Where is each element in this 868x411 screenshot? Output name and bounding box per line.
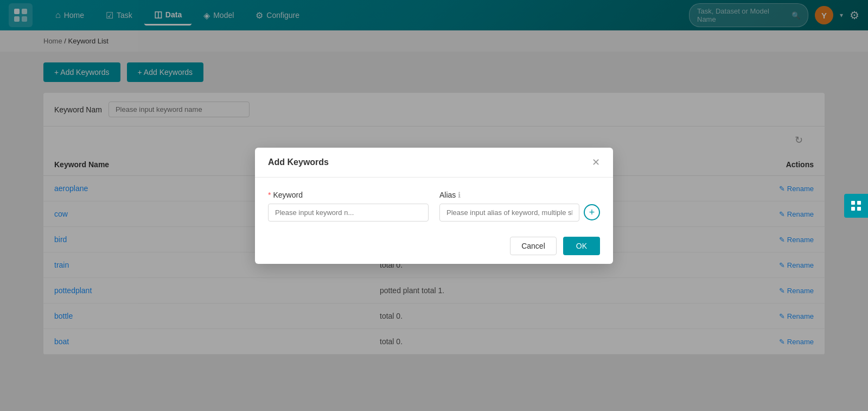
modal-header: Add Keywords ✕ [255, 148, 613, 178]
form-row: * Keyword Alias ℹ + [268, 191, 600, 222]
keyword-label: * Keyword [268, 191, 429, 199]
modal-close-button[interactable]: ✕ [592, 157, 600, 167]
keyword-field-group: * Keyword [268, 191, 429, 222]
cancel-button[interactable]: Cancel [510, 237, 557, 255]
alias-input[interactable] [439, 204, 579, 222]
add-keywords-modal: Add Keywords ✕ * Keyword Alias ℹ [255, 148, 613, 264]
modal-body: * Keyword Alias ℹ + [255, 178, 613, 228]
add-alias-button[interactable]: + [584, 204, 600, 220]
alias-label-text: Alias [439, 191, 456, 199]
side-badge[interactable] [844, 194, 868, 218]
svg-rect-4 [851, 201, 855, 205]
svg-rect-5 [857, 201, 861, 205]
keyword-input[interactable] [268, 204, 429, 222]
modal-footer: Cancel OK [255, 228, 613, 264]
modal-title: Add Keywords [268, 157, 329, 167]
ok-button[interactable]: OK [563, 237, 600, 255]
required-asterisk: * [268, 191, 271, 199]
info-icon: ℹ [458, 191, 461, 199]
svg-rect-6 [851, 207, 855, 211]
alias-row: + [439, 204, 600, 222]
keyword-label-text: Keyword [273, 191, 302, 199]
alias-field-group: Alias ℹ + [439, 191, 600, 222]
modal-overlay: Add Keywords ✕ * Keyword Alias ℹ [0, 0, 868, 411]
svg-rect-7 [857, 207, 861, 211]
alias-label: Alias ℹ [439, 191, 600, 199]
